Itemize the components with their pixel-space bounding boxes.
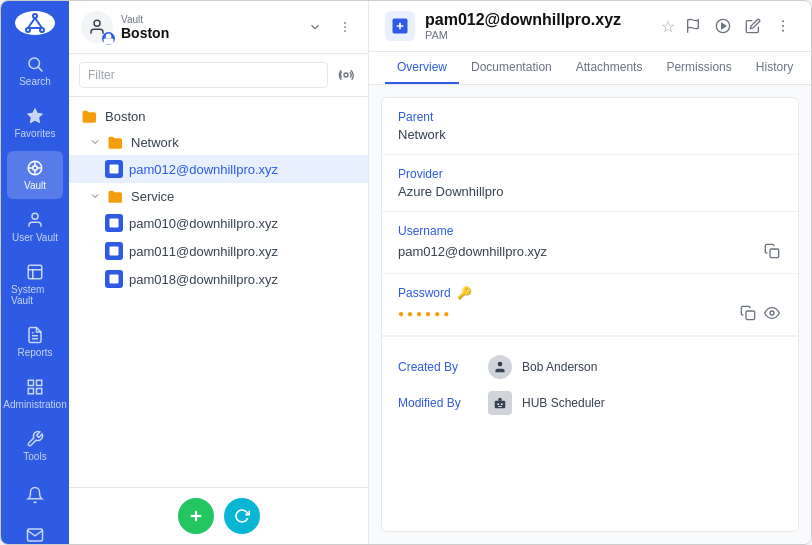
created-by-name: Bob Anderson — [522, 360, 597, 374]
parent-label: Parent — [398, 110, 782, 124]
vault-more-button[interactable] — [334, 16, 356, 38]
svg-rect-25 — [28, 389, 33, 394]
sidebar-footer — [69, 487, 368, 544]
modified-by-name: HUB Scheduler — [522, 396, 605, 410]
svg-line-4 — [35, 18, 42, 28]
vault-title: Vault Boston — [121, 14, 296, 41]
svg-rect-24 — [37, 389, 42, 394]
svg-line-7 — [38, 67, 42, 71]
nav-item-tools[interactable]: Tools — [7, 422, 63, 470]
tree-item-pam010[interactable]: pam010@downhillpro.xyz — [69, 209, 368, 237]
svg-rect-22 — [28, 380, 33, 385]
nav-item-system-vault[interactable]: System Vault — [7, 255, 63, 314]
tree-item-pam018[interactable]: pam018@downhillpro.xyz — [69, 265, 368, 293]
svg-rect-49 — [495, 401, 506, 409]
key-icon: 🔑 — [457, 286, 472, 300]
tree-item-boston[interactable]: Boston — [69, 103, 368, 129]
svg-rect-46 — [746, 311, 755, 320]
svg-rect-23 — [37, 380, 42, 385]
username-label: Username — [398, 224, 782, 238]
parent-section: Parent Network — [382, 98, 798, 155]
svg-point-29 — [344, 26, 346, 28]
play-button[interactable] — [711, 14, 735, 38]
svg-point-30 — [344, 30, 346, 32]
tab-documentation[interactable]: Documentation — [459, 52, 564, 84]
modified-by-row: Modified By HUB Scheduler — [398, 385, 782, 421]
nav-item-reports[interactable]: Reports — [7, 318, 63, 366]
provider-label: Provider — [398, 167, 782, 181]
lock-badge — [102, 32, 115, 45]
svg-marker-8 — [28, 109, 43, 123]
tree-item-network[interactable]: Network — [69, 129, 368, 155]
svg-point-43 — [782, 25, 784, 27]
star-button[interactable]: ☆ — [661, 17, 675, 36]
tab-permissions[interactable]: Permissions — [654, 52, 743, 84]
username-value: pam012@downhillpro.xyz — [398, 244, 547, 259]
tab-logs[interactable]: Logs — [805, 52, 811, 84]
copy-password-button[interactable] — [738, 303, 758, 323]
provider-section: Provider Azure Downhillpro — [382, 155, 798, 212]
sidebar: Vault Boston Boston — [69, 1, 369, 544]
nav-item-administration[interactable]: Administration — [7, 370, 63, 418]
detail-title-area: pam012@downhillpro.xyz PAM — [425, 11, 651, 41]
created-by-row: Created By Bob Anderson — [398, 349, 782, 385]
tab-overview[interactable]: Overview — [385, 52, 459, 84]
created-by-avatar — [488, 355, 512, 379]
nav-item-user-vault[interactable]: User Vault — [7, 203, 63, 251]
password-actions — [738, 303, 782, 323]
refresh-button[interactable] — [224, 498, 260, 534]
detail-header: pam012@downhillpro.xyz PAM ☆ — [369, 1, 811, 52]
svg-point-51 — [501, 403, 503, 405]
filter-input[interactable] — [79, 62, 328, 88]
svg-point-47 — [770, 311, 774, 315]
tree-item-pam011[interactable]: pam011@downhillpro.xyz — [69, 237, 368, 265]
nav-item-search[interactable]: Search — [7, 47, 63, 95]
nav-bell[interactable] — [7, 478, 63, 512]
copy-username-button[interactable] — [762, 241, 782, 261]
add-button[interactable] — [178, 498, 214, 534]
nav-item-vault[interactable]: Vault — [7, 151, 63, 199]
vault-icon — [81, 11, 113, 43]
show-password-button[interactable] — [762, 303, 782, 323]
svg-point-44 — [782, 30, 784, 32]
edit-button[interactable] — [741, 14, 765, 38]
detail-icon — [385, 11, 415, 41]
sidebar-header: Vault Boston — [69, 1, 368, 54]
detail-title: pam012@downhillpro.xyz — [425, 11, 651, 29]
main-content: pam012@downhillpro.xyz PAM ☆ O — [369, 1, 811, 544]
tabs: Overview Documentation Attachments Permi… — [369, 52, 811, 85]
tree-item-pam012[interactable]: pam012@downhillpro.xyz — [69, 155, 368, 183]
tree: Boston Network pam012@downhillpro.xyz Se… — [69, 97, 368, 487]
tab-history[interactable]: History — [744, 52, 805, 84]
svg-point-10 — [33, 166, 38, 171]
svg-rect-16 — [28, 265, 42, 279]
tab-attachments[interactable]: Attachments — [564, 52, 655, 84]
svg-point-6 — [29, 58, 40, 69]
nav-mail[interactable] — [7, 518, 63, 545]
flag-button[interactable] — [681, 14, 705, 38]
tree-item-service[interactable]: Service — [69, 183, 368, 209]
vault-dropdown-button[interactable] — [304, 16, 326, 38]
detail-actions: ☆ — [661, 14, 795, 38]
svg-line-3 — [28, 18, 35, 28]
more-button[interactable] — [771, 14, 795, 38]
svg-point-31 — [344, 73, 348, 77]
svg-point-28 — [344, 22, 346, 24]
password-section: Password 🔑 ●●●●●● — [382, 274, 798, 336]
filter-settings-button[interactable] — [334, 63, 358, 87]
svg-rect-27 — [104, 38, 114, 44]
vault-name: Boston — [121, 25, 296, 41]
nav-item-favorites[interactable]: Favorites — [7, 99, 63, 147]
nav-bottom: JD — [7, 478, 63, 545]
meta-section: Created By Bob Anderson Modified By HUB … — [382, 336, 798, 433]
svg-point-15 — [32, 213, 38, 219]
svg-rect-45 — [770, 249, 779, 258]
password-value-row: ●●●●●● — [398, 303, 782, 323]
vault-label: Vault — [121, 14, 296, 25]
detail-subtitle: PAM — [425, 29, 651, 41]
modified-by-label: Modified By — [398, 396, 478, 410]
svg-point-0 — [33, 14, 37, 18]
username-section: Username pam012@downhillpro.xyz — [382, 212, 798, 274]
username-value-row: pam012@downhillpro.xyz — [398, 241, 782, 261]
password-dots: ●●●●●● — [398, 308, 452, 319]
